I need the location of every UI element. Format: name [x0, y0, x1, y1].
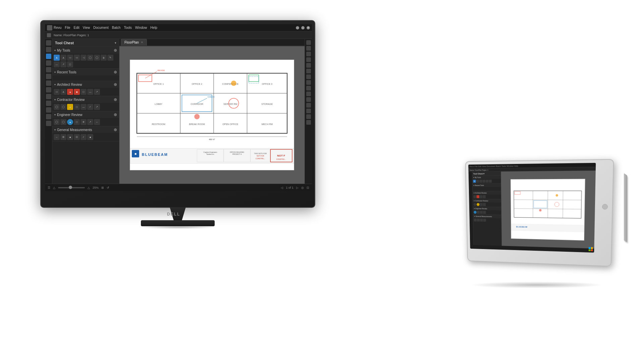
sidebar-icon-7[interactable] — [46, 80, 51, 86]
rt-icon-3[interactable] — [306, 52, 311, 56]
next-page-button[interactable]: ▷ — [296, 186, 299, 189]
panel-header[interactable]: Tool Chest ▾ — [52, 39, 119, 47]
collapse-arrow-contractor-icon[interactable]: ▾ — [54, 98, 56, 101]
menu-document[interactable]: Document — [93, 26, 109, 29]
rt-icon-9[interactable] — [306, 86, 311, 90]
rt-icon-6[interactable] — [306, 69, 311, 73]
rt-icon-12[interactable] — [306, 103, 311, 108]
eng-tool-6[interactable]: ↗ — [87, 119, 93, 125]
tool-9[interactable]: ✎ — [107, 55, 113, 61]
prev-page-button[interactable]: ◁ — [281, 186, 283, 189]
eng-tool-5[interactable]: ⊕ — [80, 119, 87, 125]
tool-3[interactable]: ▭ — [67, 55, 73, 61]
contr-tool-6[interactable]: ✓ — [87, 104, 93, 110]
add-architect-tool-button[interactable]: ⊕ — [114, 82, 117, 87]
rt-icon-11[interactable] — [306, 97, 311, 102]
contr-tool-7[interactable]: ↗ — [94, 104, 100, 110]
fullscreen-icon[interactable]: ⊡ — [307, 186, 309, 189]
rotate-icon[interactable]: ↺ — [107, 186, 109, 189]
zoom-thumb[interactable] — [69, 186, 72, 189]
minimize-button[interactable]: — — [296, 26, 299, 29]
add-recent-tool-button[interactable]: ⊕ — [114, 70, 117, 74]
sidebar-icon-5[interactable] — [46, 67, 51, 72]
collapse-arrow-engineer-icon[interactable]: ▾ — [54, 113, 56, 116]
tab-floorplan[interactable]: FloorPlan ✕ — [121, 39, 147, 46]
rt-icon-14[interactable] — [306, 114, 311, 119]
gen-tool-3[interactable]: ■ — [67, 134, 73, 140]
fit-icon[interactable]: ⊞ — [101, 186, 104, 189]
zoom-slider[interactable] — [58, 187, 85, 188]
tablet-home-button[interactable] — [602, 204, 608, 209]
tool-2[interactable]: A — [60, 55, 66, 61]
arch-tool-3[interactable]: ● — [67, 89, 73, 95]
rt-icon-15[interactable] — [306, 120, 311, 125]
contr-tool-3[interactable]: ● — [67, 104, 73, 110]
tool-4[interactable]: ▭ — [74, 55, 80, 61]
sidebar-icon-6[interactable] — [46, 74, 51, 79]
sidebar-icon-13[interactable] — [46, 121, 51, 126]
tool-7[interactable]: ◯ — [94, 55, 100, 61]
tool-6[interactable]: ◯ — [87, 55, 93, 61]
eng-tool-2[interactable]: ◯ — [60, 119, 66, 125]
rt-icon-4[interactable] — [306, 57, 311, 62]
contr-tool-4[interactable]: ◻ — [74, 104, 80, 110]
menu-file[interactable]: File — [65, 26, 70, 29]
collapse-arrow-icon[interactable]: ▾ — [54, 49, 56, 52]
close-button[interactable]: ✕ — [307, 26, 310, 29]
contr-tool-2[interactable]: ◯ — [60, 104, 66, 110]
add-tool-button[interactable]: ⊕ — [114, 48, 117, 53]
menu-bar[interactable]: Revu File Edit View Document Batch Tools… — [54, 26, 296, 29]
contr-tool-1[interactable]: ◯ — [54, 104, 60, 110]
gen-tool-2[interactable]: ⊞ — [60, 134, 66, 140]
menu-revu[interactable]: Revu — [54, 26, 61, 29]
eng-tool-3[interactable]: ● — [67, 119, 73, 125]
arch-tool-5[interactable]: ◻ — [80, 89, 87, 95]
section-architect-review-header[interactable]: ▾ Architect Review ⊕ — [52, 81, 119, 88]
menu-window[interactable]: Window — [135, 26, 147, 29]
section-recent-tools-header[interactable]: ▾ Recent Tools ⊕ — [52, 69, 119, 75]
add-engineer-tool-button[interactable]: ⊕ — [114, 112, 117, 117]
sidebar-icon-2[interactable] — [46, 47, 51, 52]
menu-tools[interactable]: Tools — [124, 26, 131, 29]
rt-icon-8[interactable] — [306, 80, 311, 85]
section-general-measurements-header[interactable]: ▾ General Measurements ⊕ — [52, 126, 119, 133]
tool-10[interactable]: — — [54, 61, 60, 67]
section-engineer-review-header[interactable]: ▾ Engineer Review ⊕ — [52, 111, 119, 118]
rt-icon-2[interactable] — [306, 46, 311, 51]
rt-icon-5[interactable] — [306, 63, 311, 68]
add-general-tool-button[interactable]: ⊕ — [114, 127, 117, 132]
menu-batch[interactable]: Batch — [112, 26, 121, 29]
tool-8[interactable]: B — [101, 55, 107, 61]
eng-tool-4[interactable]: ◻ — [74, 119, 80, 125]
tab-close-button[interactable]: ✕ — [141, 41, 143, 44]
panel-dropdown-icon[interactable]: ▾ — [115, 41, 116, 45]
contr-tool-5[interactable]: — — [80, 104, 87, 110]
gen-tool-1[interactable]: ↔ — [54, 134, 60, 140]
tool-11[interactable]: ↗ — [60, 61, 66, 67]
add-contractor-tool-button[interactable]: ⊕ — [114, 97, 117, 102]
section-contractor-review-header[interactable]: ▾ Contractor Review ⊕ — [52, 96, 119, 103]
collapse-arrow-general-icon[interactable]: ▾ — [54, 128, 56, 131]
sidebar-icon-12[interactable] — [46, 114, 51, 119]
gen-tool-6[interactable]: ■ — [87, 134, 93, 140]
menu-view[interactable]: View — [83, 26, 90, 29]
sidebar-icon-panel[interactable] — [46, 54, 51, 59]
sidebar-icon-11[interactable] — [46, 107, 51, 113]
sidebar-icon-10[interactable] — [46, 101, 51, 106]
rt-icon-13[interactable] — [306, 109, 311, 113]
rt-icon-10[interactable] — [306, 92, 311, 96]
sidebar-icon-8[interactable] — [46, 87, 51, 93]
arch-tool-1[interactable]: ▭ — [54, 89, 60, 95]
rt-icon-7[interactable] — [306, 74, 311, 79]
tool-12[interactable]: ◻ — [67, 61, 73, 67]
tool-1[interactable]: A — [54, 55, 60, 61]
collapse-arrow-architect-icon[interactable]: ▾ — [54, 83, 56, 86]
gen-tool-5[interactable]: ✓ — [80, 134, 87, 140]
tool-5[interactable]: ◁ — [80, 55, 87, 61]
sidebar-icon-1[interactable] — [46, 40, 51, 46]
sidebar-icon-9[interactable] — [46, 94, 51, 99]
section-my-tools-header[interactable]: ▾ My Tools ⊕ — [52, 47, 119, 54]
gen-tool-4[interactable]: ⊡ — [74, 134, 80, 140]
menu-edit[interactable]: Edit — [73, 26, 79, 29]
arch-tool-6[interactable]: — — [87, 89, 93, 95]
